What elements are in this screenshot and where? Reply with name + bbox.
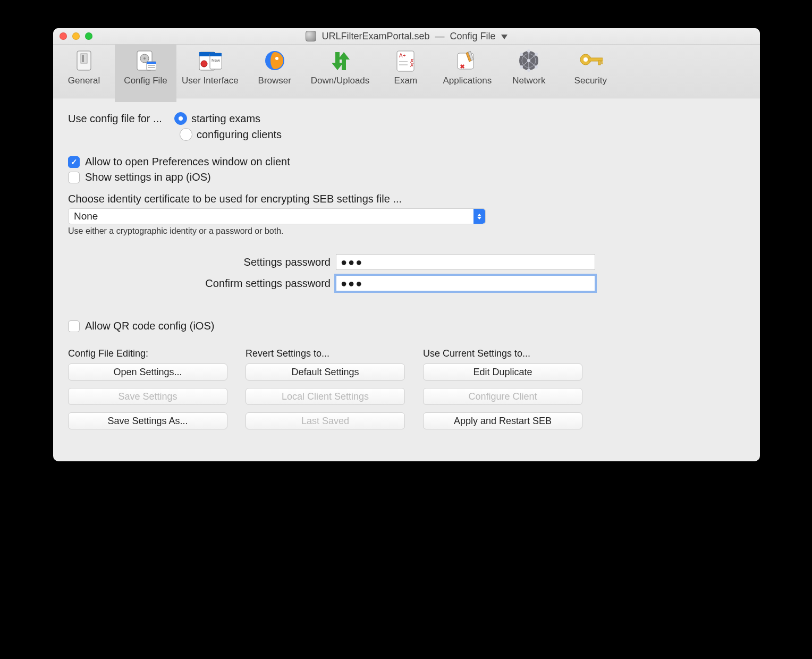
toolbar-item-security[interactable]: Security xyxy=(560,45,621,102)
toolbar-item-browser[interactable]: Browser xyxy=(244,45,306,102)
svg-point-17 xyxy=(275,57,278,60)
allow-preferences-row: ✓ Allow to open Preferences window on cl… xyxy=(68,156,745,168)
svg-point-34 xyxy=(535,53,538,56)
svg-point-5 xyxy=(143,57,146,60)
svg-point-38 xyxy=(527,69,530,72)
svg-text:New: New xyxy=(212,58,220,63)
confirm-password-label: Confirm settings password xyxy=(68,277,336,290)
radio-configuring-clients[interactable] xyxy=(180,128,192,141)
toolbar-item-down-uploads[interactable]: Down/Uploads xyxy=(306,45,375,102)
identity-help: Use either a cryptographic identity or a… xyxy=(68,226,745,236)
toolbar-item-exam[interactable]: A+✗✗ Exam xyxy=(375,45,436,102)
identity-certificate-select[interactable]: None xyxy=(68,208,486,224)
radio-starting-exams-label: starting exams xyxy=(191,113,260,125)
user-interface-icon: New xyxy=(198,49,222,72)
preferences-window: URLFilterExamPortal.seb — Config File Ge… xyxy=(53,28,760,461)
open-settings-button[interactable]: Open Settings... xyxy=(68,364,227,381)
edit-duplicate-button[interactable]: Edit Duplicate xyxy=(423,364,582,381)
allow-preferences-label: Allow to open Preferences window on clie… xyxy=(85,156,290,168)
window-title-filename: URLFilterExamPortal.seb xyxy=(322,31,429,42)
button-groups: Config File Editing: Open Settings... Sa… xyxy=(68,348,745,437)
svg-point-41 xyxy=(583,57,588,62)
svg-point-12 xyxy=(201,61,207,67)
toolbar-item-label: General xyxy=(68,75,100,86)
svg-rect-9 xyxy=(148,67,155,68)
svg-point-37 xyxy=(527,49,530,53)
toolbar-item-user-interface[interactable]: New User Interface xyxy=(176,45,244,102)
save-settings-button[interactable]: Save Settings xyxy=(68,388,227,405)
window-title-caret-icon[interactable] xyxy=(501,35,508,39)
config-file-icon xyxy=(133,49,158,72)
svg-rect-43 xyxy=(598,61,600,65)
toolbar-item-label: Network xyxy=(512,75,545,86)
settings-password-value: ●●● xyxy=(341,256,363,268)
toolbar-item-config-file[interactable]: Config File xyxy=(115,45,176,102)
allow-qr-checkbox[interactable] xyxy=(68,320,80,332)
toolbar-item-label: Browser xyxy=(258,75,291,86)
toolbar-item-label: Config File xyxy=(124,75,167,86)
toolbar-item-label: Down/Uploads xyxy=(311,75,370,86)
radio-configuring-clients-label: configuring clients xyxy=(197,129,282,141)
group-revert: Revert Settings to... Default Settings L… xyxy=(246,348,405,437)
svg-point-33 xyxy=(520,53,523,56)
svg-text:A+: A+ xyxy=(399,53,406,58)
svg-rect-44 xyxy=(602,61,603,64)
browser-icon xyxy=(263,49,287,72)
window-title-section: Config File xyxy=(450,31,496,42)
window-title-separator: — xyxy=(435,31,445,42)
title-center: URLFilterExamPortal.seb — Config File xyxy=(53,28,760,44)
allow-preferences-checkbox[interactable]: ✓ xyxy=(68,156,80,168)
settings-password-input[interactable]: ●●● xyxy=(336,254,595,270)
down-uploads-icon xyxy=(328,49,352,72)
titlebar: URLFilterExamPortal.seb — Config File xyxy=(53,28,760,45)
settings-password-row: Settings password ●●● xyxy=(68,254,745,270)
use-config-lead: Use config file for ... xyxy=(68,113,174,125)
toolbar-item-general[interactable]: General xyxy=(53,45,115,102)
group-config-file-editing: Config File Editing: Open Settings... Sa… xyxy=(68,348,227,437)
svg-rect-7 xyxy=(147,62,156,64)
last-saved-button[interactable]: Last Saved xyxy=(246,412,405,429)
svg-point-36 xyxy=(535,65,538,69)
use-config-row2: configuring clients xyxy=(180,128,745,141)
toolbar-item-network[interactable]: Network xyxy=(498,45,560,102)
confirm-password-row: Confirm settings password ●●● xyxy=(68,275,745,291)
toolbar-item-label: User Interface xyxy=(182,75,239,86)
toolbar: General Config File New User Interface B… xyxy=(53,45,760,98)
configure-client-button[interactable]: Configure Client xyxy=(423,388,582,405)
allow-qr-label: Allow QR code config (iOS) xyxy=(85,320,214,332)
svg-rect-14 xyxy=(210,53,222,56)
group-use-current-title: Use Current Settings to... xyxy=(423,348,582,359)
allow-qr-row: Allow QR code config (iOS) xyxy=(68,320,745,332)
toolbar-item-applications[interactable]: Applications xyxy=(436,45,498,102)
show-settings-ios-label: Show settings in app (iOS) xyxy=(85,171,211,183)
radio-starting-exams[interactable] xyxy=(174,112,187,125)
security-icon xyxy=(578,49,603,72)
use-config-row: Use config file for ... starting exams xyxy=(68,112,745,125)
svg-rect-8 xyxy=(148,65,155,66)
confirm-password-input[interactable]: ●●● xyxy=(336,275,595,291)
identity-heading: Choose identity certificate to be used f… xyxy=(68,193,745,205)
svg-text:✗: ✗ xyxy=(410,62,414,68)
svg-point-35 xyxy=(520,65,523,69)
show-settings-ios-row: Show settings in app (iOS) xyxy=(68,171,745,183)
applications-icon xyxy=(455,49,479,72)
select-stepper-icon xyxy=(473,209,485,224)
confirm-password-value: ●●● xyxy=(341,277,363,290)
config-file-content: Use config file for ... starting exams c… xyxy=(53,98,760,447)
settings-password-label: Settings password xyxy=(68,256,336,268)
local-client-settings-button[interactable]: Local Client Settings xyxy=(246,388,405,405)
toolbar-item-label: Security xyxy=(574,75,607,86)
apply-and-restart-seb-button[interactable]: Apply and Restart SEB xyxy=(423,412,582,429)
svg-rect-2 xyxy=(82,55,84,62)
group-config-file-editing-title: Config File Editing: xyxy=(68,348,227,359)
exam-icon: A+✗✗ xyxy=(393,49,418,72)
svg-point-39 xyxy=(527,59,530,62)
identity-certificate-value: None xyxy=(74,210,98,222)
save-settings-as-button[interactable]: Save Settings As... xyxy=(68,412,227,429)
window-title-icon xyxy=(306,31,316,41)
network-icon xyxy=(517,49,541,72)
group-use-current: Use Current Settings to... Edit Duplicat… xyxy=(423,348,582,437)
show-settings-ios-checkbox[interactable] xyxy=(68,172,80,183)
default-settings-button[interactable]: Default Settings xyxy=(246,364,405,381)
general-icon xyxy=(72,49,96,72)
